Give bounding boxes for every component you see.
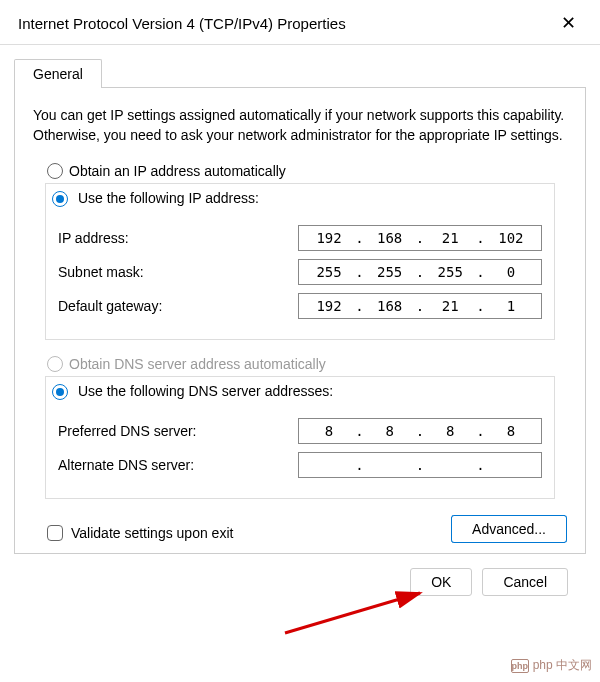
ip-group: Use the following IP address: IP address… — [45, 183, 555, 340]
cancel-button[interactable]: Cancel — [482, 568, 568, 596]
description-text: You can get IP settings assigned automat… — [33, 106, 567, 145]
radio-icon — [52, 384, 68, 400]
radio-icon — [47, 356, 63, 372]
dialog-footer: OK Cancel — [14, 554, 586, 596]
radio-dns-manual-label: Use the following DNS server addresses: — [78, 383, 333, 399]
radio-dns-auto-label: Obtain DNS server address automatically — [69, 356, 326, 372]
dialog-content: General You can get IP settings assigned… — [0, 44, 600, 606]
subnet-mask-label: Subnet mask: — [58, 264, 298, 280]
radio-icon — [47, 163, 63, 179]
ip-octet[interactable]: 102 — [497, 230, 525, 246]
ip-octet[interactable]: 168 — [376, 298, 404, 314]
ip-address-label: IP address: — [58, 230, 298, 246]
ip-octet[interactable]: 21 — [436, 230, 464, 246]
watermark: php php 中文网 — [511, 657, 592, 674]
ip-octet[interactable]: 255 — [436, 264, 464, 280]
ip-address-input[interactable]: 192. 168. 21. 102 — [298, 225, 542, 251]
radio-ip-manual-label: Use the following IP address: — [78, 190, 259, 206]
title-bar: Internet Protocol Version 4 (TCP/IPv4) P… — [0, 0, 600, 44]
radio-ip-auto[interactable]: Obtain an IP address automatically — [47, 163, 567, 179]
field-ip-address: IP address: 192. 168. 21. 102 — [58, 225, 542, 251]
preferred-dns-label: Preferred DNS server: — [58, 423, 298, 439]
radio-dns-auto: Obtain DNS server address automatically — [47, 356, 567, 372]
dns-group: Use the following DNS server addresses: … — [45, 376, 555, 499]
bottom-row: Validate settings upon exit Advanced... — [33, 515, 567, 543]
checkbox-icon — [47, 525, 63, 541]
watermark-logo-icon: php — [511, 659, 529, 673]
field-default-gateway: Default gateway: 192. 168. 21. 1 — [58, 293, 542, 319]
alternate-dns-input[interactable]: . . . — [298, 452, 542, 478]
watermark-text: php 中文网 — [533, 657, 592, 674]
preferred-dns-input[interactable]: 8. 8. 8. 8 — [298, 418, 542, 444]
field-alternate-dns: Alternate DNS server: . . . — [58, 452, 542, 478]
ip-octet[interactable]: 255 — [376, 264, 404, 280]
ip-octet[interactable]: 8 — [436, 423, 464, 439]
radio-ip-auto-label: Obtain an IP address automatically — [69, 163, 286, 179]
field-subnet-mask: Subnet mask: 255. 255. 255. 0 — [58, 259, 542, 285]
ip-octet[interactable]: 8 — [315, 423, 343, 439]
alternate-dns-label: Alternate DNS server: — [58, 457, 298, 473]
ip-octet[interactable]: 168 — [376, 230, 404, 246]
ip-octet[interactable]: 8 — [376, 423, 404, 439]
ip-octet[interactable]: 8 — [497, 423, 525, 439]
default-gateway-input[interactable]: 192. 168. 21. 1 — [298, 293, 542, 319]
tab-panel: You can get IP settings assigned automat… — [14, 87, 586, 554]
ok-button[interactable]: OK — [410, 568, 472, 596]
radio-dns-manual[interactable]: Use the following DNS server addresses: — [48, 383, 337, 400]
window-title: Internet Protocol Version 4 (TCP/IPv4) P… — [18, 15, 346, 32]
radio-ip-manual[interactable]: Use the following IP address: — [48, 190, 263, 207]
ip-octet[interactable]: 192 — [315, 298, 343, 314]
field-preferred-dns: Preferred DNS server: 8. 8. 8. 8 — [58, 418, 542, 444]
ip-octet[interactable]: 255 — [315, 264, 343, 280]
radio-icon — [52, 191, 68, 207]
subnet-mask-input[interactable]: 255. 255. 255. 0 — [298, 259, 542, 285]
ip-octet[interactable]: 1 — [497, 298, 525, 314]
ip-octet[interactable]: 192 — [315, 230, 343, 246]
validate-checkbox-row[interactable]: Validate settings upon exit — [47, 525, 233, 541]
close-icon[interactable]: ✕ — [551, 8, 586, 38]
advanced-button[interactable]: Advanced... — [451, 515, 567, 543]
validate-label: Validate settings upon exit — [71, 525, 233, 541]
default-gateway-label: Default gateway: — [58, 298, 298, 314]
ip-octet[interactable]: 21 — [436, 298, 464, 314]
tab-general[interactable]: General — [14, 59, 102, 88]
ip-octet[interactable]: 0 — [497, 264, 525, 280]
